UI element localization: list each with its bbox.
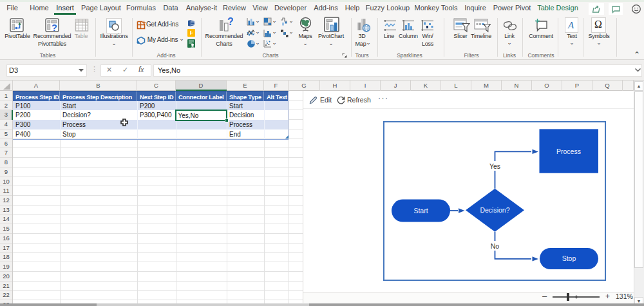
svg-text:Yes: Yes: [489, 162, 500, 170]
svg-text:?: ?: [227, 17, 233, 27]
svg-text:Process: Process: [556, 148, 581, 155]
svg-text:Stop: Stop: [562, 254, 576, 262]
svg-text:?: ?: [52, 23, 57, 33]
svg-text:No: No: [491, 242, 500, 250]
svg-text:Start: Start: [413, 207, 428, 215]
svg-text:A: A: [567, 20, 574, 30]
svg-text:Decision?: Decision?: [480, 206, 509, 214]
